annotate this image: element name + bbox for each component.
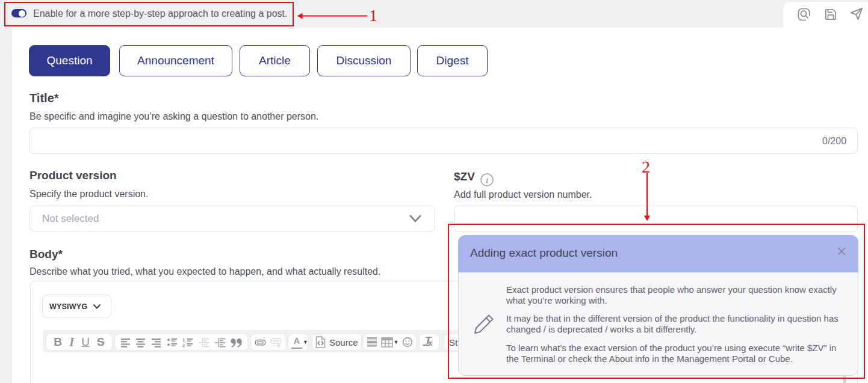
svg-text:i: i [486,176,488,185]
svg-text:1: 1 [182,337,185,343]
svg-text:2: 2 [182,342,185,347]
